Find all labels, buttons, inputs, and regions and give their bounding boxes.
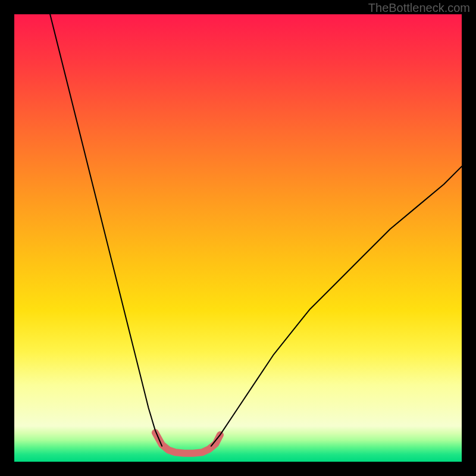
series-right-branch: [211, 167, 462, 446]
chart-frame: TheBottleneck.com: [0, 0, 476, 476]
chart-svg: [14, 14, 462, 462]
watermark-text: TheBottleneck.com: [368, 1, 470, 15]
plot-area: [14, 14, 462, 462]
series-left-branch: [50, 14, 162, 446]
series-valley-band: [155, 433, 220, 453]
